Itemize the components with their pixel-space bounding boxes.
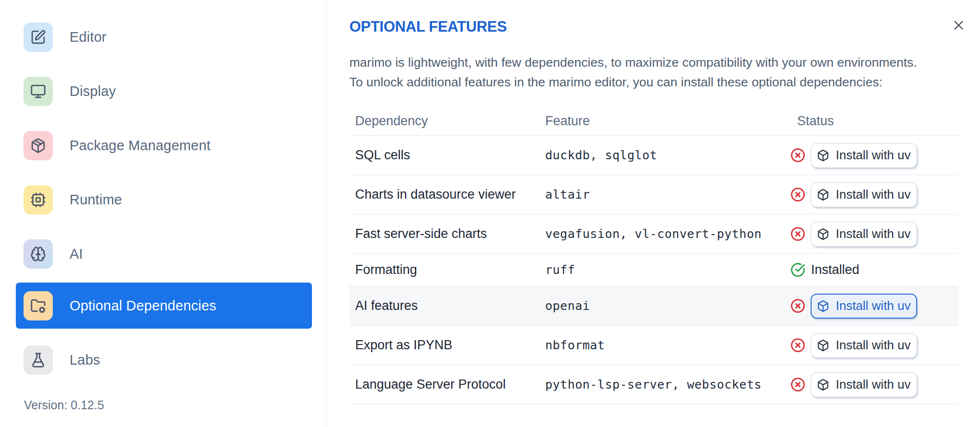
description-line: marimo is lightweight, with few dependen… (349, 53, 917, 72)
package-cube-icon (817, 149, 829, 162)
square-pen-icon (24, 23, 53, 52)
version-label: Version: 0.12.5 (24, 398, 104, 412)
package-cube-icon (817, 339, 829, 352)
sidebar-item-labs[interactable]: Labs (16, 337, 312, 383)
sidebar-item-label: Display (70, 83, 116, 99)
sidebar-item-package-management[interactable]: Package Management (16, 122, 312, 168)
sidebar-item-editor[interactable]: Editor (16, 14, 312, 60)
install-with-uv-button-focused[interactable]: Install with uv (811, 294, 917, 319)
installed-status-label: Installed (811, 262, 860, 277)
sidebar-item-label: Optional Dependencies (70, 298, 216, 314)
sidebar-item-label: Editor (70, 29, 107, 45)
table-row: AI features openai Install with uv (349, 286, 958, 326)
sidebar-item-display[interactable]: Display (16, 68, 312, 114)
optional-features-panel: OPTIONAL FEATURES marimo is lightweight,… (326, 0, 980, 427)
page-title: OPTIONAL FEATURES (349, 18, 507, 36)
circle-check-icon (790, 262, 805, 277)
column-header-feature: Feature (545, 114, 790, 129)
table-row: Charts in datasource viewer altair Insta… (349, 175, 958, 214)
column-header-dependency: Dependency (355, 114, 545, 129)
sidebar-item-label: Labs (70, 352, 100, 368)
package-cube-icon (817, 228, 829, 240)
package-icon (24, 131, 53, 160)
brain-icon (24, 239, 53, 269)
package-cube-icon (817, 300, 829, 312)
circle-x-icon (790, 377, 805, 392)
sidebar-item-label: Package Management (70, 138, 211, 154)
folder-cog-icon (24, 291, 53, 320)
install-with-uv-button[interactable]: Install with uv (811, 372, 917, 397)
package-cube-icon (817, 189, 829, 201)
description-line: To unlock additional features in the mar… (349, 72, 917, 92)
table-header-row: Dependency Feature Status (349, 107, 958, 136)
cpu-icon (24, 185, 53, 214)
dependencies-table: Dependency Feature Status SQL cells duck… (349, 107, 958, 404)
install-with-uv-button[interactable]: Install with uv (811, 222, 917, 247)
sidebar-item-label: Runtime (70, 192, 122, 208)
column-header-status: Status (790, 114, 958, 129)
install-with-uv-button[interactable]: Install with uv (811, 143, 917, 168)
monitor-icon (24, 77, 53, 106)
circle-x-icon (790, 187, 805, 202)
panel-description: marimo is lightweight, with few dependen… (349, 53, 917, 92)
table-row: Language Server Protocol python-lsp-serv… (349, 365, 958, 404)
table-row: Export as IPYNB nbformat Install with uv (349, 326, 958, 365)
settings-sidebar: Editor Display Package Management (0, 0, 326, 427)
install-with-uv-button[interactable]: Install with uv (811, 182, 917, 207)
install-with-uv-button[interactable]: Install with uv (811, 333, 917, 358)
circle-x-icon (790, 338, 805, 353)
table-row: SQL cells duckdb, sqlglot Install with u… (349, 136, 958, 175)
sidebar-item-runtime[interactable]: Runtime (16, 177, 312, 223)
close-icon[interactable] (949, 16, 968, 34)
circle-x-icon (790, 148, 805, 163)
table-row: Formatting ruff Installed (349, 254, 958, 286)
sidebar-item-ai[interactable]: AI (16, 231, 312, 277)
circle-x-icon (790, 298, 805, 313)
sidebar-item-optional-dependencies[interactable]: Optional Dependencies (16, 283, 312, 329)
sidebar-item-label: AI (70, 246, 83, 262)
table-row: Fast server-side charts vegafusion, vl-c… (349, 214, 958, 254)
settings-dialog: Editor Display Package Management (0, 0, 980, 427)
circle-x-icon (790, 226, 805, 241)
package-cube-icon (817, 379, 829, 391)
flask-icon (24, 345, 53, 375)
